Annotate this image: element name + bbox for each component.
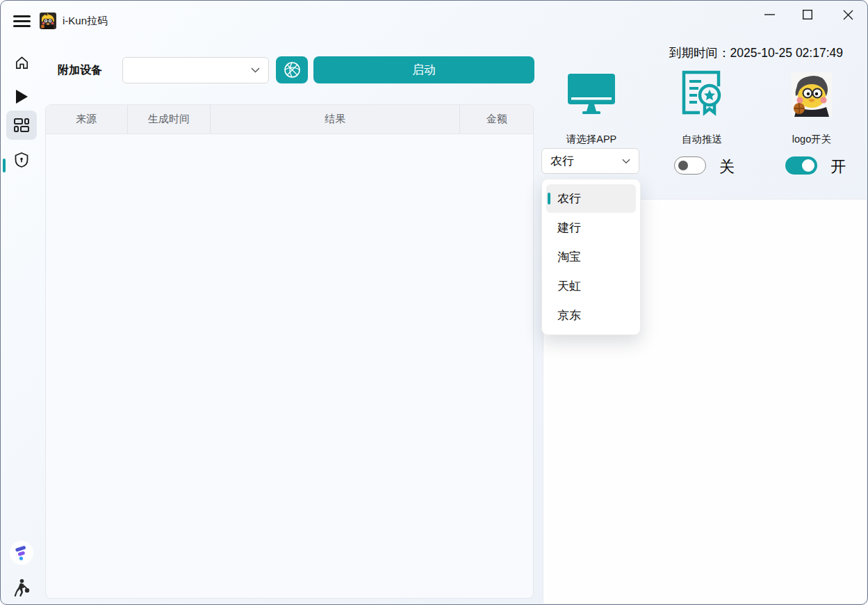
- app-select-label: 请选择APP: [543, 133, 640, 146]
- app-select[interactable]: 农行: [541, 148, 639, 174]
- app-option-label: 京东: [557, 307, 581, 323]
- basketball-player-icon: [13, 579, 31, 598]
- column-header-label: 金额: [486, 113, 507, 126]
- app-option[interactable]: 建行: [546, 213, 636, 242]
- certificate-icon: [680, 70, 725, 117]
- maximize-button[interactable]: [792, 3, 824, 26]
- chevron-down-icon: [622, 159, 630, 164]
- app-option-label: 建行: [557, 220, 581, 236]
- column-header-label: 生成时间: [148, 113, 190, 126]
- home-icon: [14, 55, 30, 71]
- expiry-time: 到期时间：2025-10-25 02:17:49: [669, 45, 843, 61]
- app-options-list: 农行 建行 淘宝 天虹 京东: [541, 179, 641, 335]
- toggle-knob: [678, 161, 688, 170]
- titlebar: i-Kun拉码: [1, 1, 867, 41]
- logo-avatar-image: [792, 72, 832, 117]
- expiry-label: 到期时间：: [669, 46, 730, 60]
- attached-device-label: 附加设备: [58, 63, 102, 78]
- expiry-value: 2025-10-25 02:17:49: [730, 46, 844, 60]
- auto-push-label: 自动推送: [653, 133, 751, 146]
- app-title: i-Kun拉码: [63, 15, 108, 28]
- toggle-knob: [802, 159, 814, 172]
- table-column-header[interactable]: 结果: [211, 105, 460, 134]
- app-select-value: 农行: [550, 153, 622, 169]
- start-button[interactable]: 启动: [313, 56, 534, 83]
- column-header-label: 来源: [76, 113, 97, 126]
- column-header-label: 结果: [325, 113, 345, 126]
- play-icon: [14, 88, 29, 105]
- hamburger-menu-icon[interactable]: [13, 14, 31, 29]
- shield-lock-icon: [14, 152, 29, 168]
- minimize-button[interactable]: [753, 3, 785, 26]
- dashboard-grid-icon: [13, 118, 30, 133]
- sidebar-item-dashboard[interactable]: [6, 111, 37, 140]
- attached-device-select[interactable]: [122, 57, 269, 83]
- sidebar-item-home[interactable]: [6, 48, 37, 77]
- app-option[interactable]: 天虹: [546, 272, 636, 300]
- results-table: 来源 生成时间 结果 金额: [45, 104, 534, 599]
- flow-logo-icon: [9, 540, 34, 565]
- app-option[interactable]: 淘宝: [546, 243, 636, 271]
- table-column-header[interactable]: 金额: [460, 105, 533, 134]
- logo-switch-toggle[interactable]: [785, 156, 817, 175]
- sidebar-item-flow[interactable]: [6, 538, 37, 567]
- close-button[interactable]: [832, 3, 864, 26]
- sidebar: [1, 41, 44, 604]
- basketball-button[interactable]: [276, 56, 308, 83]
- chevron-down-icon: [251, 67, 260, 73]
- sidebar-item-run[interactable]: [6, 82, 37, 111]
- table-header-row: 来源 生成时间 结果 金额: [46, 105, 533, 134]
- monitor-icon: [566, 72, 617, 115]
- app-logo-icon: [40, 13, 56, 29]
- sidebar-item-security[interactable]: [6, 145, 37, 175]
- table-column-header[interactable]: 生成时间: [128, 105, 211, 134]
- sidebar-item-player[interactable]: [6, 574, 37, 603]
- basketball-icon: [284, 61, 301, 79]
- app-option[interactable]: 京东: [546, 301, 636, 330]
- selected-option-marker: [548, 193, 550, 204]
- app-option-label: 农行: [557, 191, 581, 207]
- table-column-header[interactable]: 来源: [46, 105, 128, 134]
- app-option-label: 天虹: [557, 278, 581, 294]
- app-option-label: 淘宝: [557, 249, 581, 265]
- auto-push-state: 关: [719, 156, 735, 177]
- app-window: i-Kun拉码: [0, 0, 868, 605]
- app-option[interactable]: 农行: [546, 184, 636, 213]
- logo-switch-label: logo开关: [763, 133, 860, 146]
- auto-push-toggle[interactable]: [674, 156, 706, 175]
- sidebar-active-indicator: [3, 159, 6, 172]
- logo-switch-state: 开: [830, 156, 846, 177]
